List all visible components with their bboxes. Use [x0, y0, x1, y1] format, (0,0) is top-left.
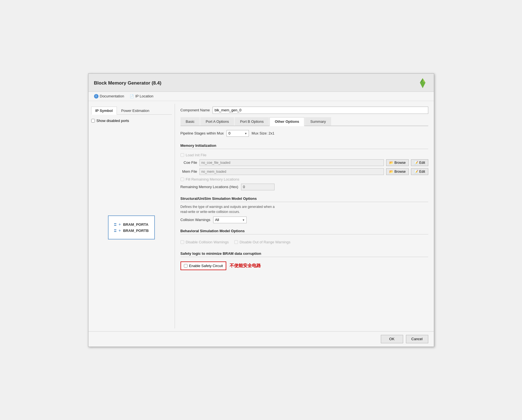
plus-icon-a: + [119, 222, 121, 227]
collision-select[interactable]: All [213, 217, 247, 223]
tab-ip-symbol[interactable]: IP Symbol [91, 107, 117, 115]
info-icon: i [94, 94, 98, 99]
mem-init-section: Load Init File Coe File 📂 Browse 📝 Edit [181, 151, 428, 193]
documentation-link[interactable]: i Documentation [94, 94, 124, 99]
sim-model-section: Defines the type of warnings and outputs… [181, 204, 428, 225]
main-dialog: Block Memory Generator (8.4) i Documenta… [88, 73, 434, 347]
coe-browse-button[interactable]: 📂 Browse [386, 159, 409, 166]
remaining-hex-row: Remaining Memory Locations (Hex) [181, 184, 428, 190]
right-panel: Component Name Basic Port A Options Port… [175, 104, 434, 328]
load-init-file-row: Load Init File [181, 153, 428, 157]
ip-symbol-area: + BRAM_PORTA + BRAM_PORTB [91, 129, 172, 326]
behavioral-section: Disable Collision Warnings Disable Out o… [181, 237, 428, 248]
edit-icon-2: 📝 [414, 170, 418, 174]
tab-basic[interactable]: Basic [181, 117, 200, 126]
pipeline-label: Pipeline Stages within Mux [181, 131, 224, 135]
show-ports-row: Show disabled ports [91, 117, 172, 124]
port-line [114, 229, 116, 230]
cancel-button[interactable]: Cancel [406, 335, 428, 343]
disable-collision-row: Disable Collision Warnings [181, 240, 229, 244]
coe-file-label: Coe File [181, 160, 197, 165]
behavioral-checks: Disable Collision Warnings Disable Out o… [181, 238, 428, 246]
enable-safety-circuit-label: Enable Safety Circuit [189, 264, 223, 268]
remaining-hex-label: Remaining Memory Locations (Hex) [181, 185, 238, 189]
pipeline-select-wrapper: 0 ▼ [227, 130, 249, 137]
memory-init-section-label: Memory Initialization [181, 143, 428, 149]
ip-location-link[interactable]: 📄 IP Location [130, 94, 153, 98]
port-a-row: + BRAM_PORTA [114, 222, 149, 227]
component-name-row: Component Name [181, 107, 428, 114]
tab-other-options[interactable]: Other Options [270, 117, 304, 126]
safety-section: Enable Safety Circuit 不使能安全电路 [181, 259, 428, 272]
port-line [114, 231, 116, 232]
toolbar-row: i Documentation 📄 IP Location [88, 92, 434, 101]
plus-icon-b: + [119, 228, 121, 233]
port-a-label: BRAM_PORTA [123, 222, 148, 227]
mem-file-label: Mem File [181, 169, 197, 174]
ok-button[interactable]: OK [381, 335, 403, 343]
port-line [114, 223, 116, 224]
safety-section-label: Safety logic to minimize BRAM data corru… [181, 251, 428, 257]
disable-range-checkbox[interactable] [234, 240, 238, 244]
edit-icon: 📝 [414, 161, 418, 165]
disable-range-label: Disable Out of Range Warnings [240, 240, 290, 244]
behavioral-section-label: Behavioral Simulation Model Options [181, 229, 428, 234]
svg-marker-2 [420, 81, 425, 88]
fill-remaining-row: Fill Remaining Memory Locations [181, 177, 428, 181]
collision-row: Collision Warnings All ▼ [181, 217, 428, 223]
show-disabled-ports-label: Show disabled ports [97, 119, 129, 123]
pipeline-select[interactable]: 0 [227, 130, 249, 137]
browse-icon-2: 📂 [389, 170, 393, 174]
tab-power-estimation[interactable]: Power Estimation [117, 107, 153, 114]
documentation-label: Documentation [100, 94, 124, 98]
fill-remaining-checkbox[interactable] [181, 177, 184, 181]
disable-range-row: Disable Out of Range Warnings [234, 240, 290, 244]
mem-edit-button[interactable]: 📝 Edit [411, 168, 428, 175]
load-init-file-checkbox[interactable] [181, 153, 184, 157]
left-panel: IP Symbol Power Estimation Show disabled… [88, 104, 175, 328]
ip-location-label: IP Location [135, 94, 153, 98]
main-content: IP Symbol Power Estimation Show disabled… [88, 101, 434, 331]
dialog-title: Block Memory Generator (8.4) [94, 80, 162, 86]
fill-remaining-label: Fill Remaining Memory Locations [186, 177, 239, 181]
coe-file-input[interactable] [199, 159, 384, 166]
coe-file-row: Coe File 📂 Browse 📝 Edit [181, 159, 428, 166]
tab-summary[interactable]: Summary [305, 117, 331, 126]
port-b-row: + BRAM_PORTB [114, 228, 149, 233]
struct-section-label: Structural/UniSim Simulation Model Optio… [181, 196, 428, 202]
coe-edit-button[interactable]: 📝 Edit [411, 159, 428, 166]
pipeline-row: Pipeline Stages within Mux 0 ▼ Mux Size:… [181, 130, 428, 137]
sim-desc: Defines the type of warnings and outputs… [181, 204, 428, 214]
collision-select-wrapper: All ▼ [213, 217, 247, 223]
tab-port-b-options[interactable]: Port B Options [235, 117, 269, 126]
vivado-logo-icon [417, 78, 428, 89]
dialog-footer: OK Cancel [88, 331, 434, 347]
tabs-row: Basic Port A Options Port B Options Othe… [181, 117, 428, 126]
safety-highlight: Enable Safety Circuit [181, 261, 226, 270]
disable-collision-label: Disable Collision Warnings [186, 240, 229, 244]
mem-file-row: Mem File 📂 Browse 📝 Edit [181, 168, 428, 175]
component-name-label: Component Name [181, 108, 210, 112]
port-a-lines [114, 223, 116, 226]
browse-icon: 📂 [389, 161, 393, 165]
tab-port-a-options[interactable]: Port A Options [200, 117, 234, 126]
port-b-lines [114, 229, 116, 232]
file-icon: 📄 [130, 94, 134, 98]
dialog-header: Block Memory Generator (8.4) [88, 74, 434, 92]
mem-file-input[interactable] [199, 168, 384, 175]
show-disabled-ports-checkbox[interactable] [91, 119, 95, 123]
disable-collision-checkbox[interactable] [181, 240, 184, 244]
load-init-file-label: Load Init File [186, 153, 206, 157]
enable-safety-circuit-checkbox[interactable] [184, 264, 187, 268]
port-line [114, 225, 116, 226]
collision-label: Collision Warnings [181, 218, 210, 222]
annotation-red-text: 不使能安全电路 [230, 263, 261, 269]
port-b-label: BRAM_PORTB [123, 229, 149, 233]
remaining-hex-input[interactable] [241, 184, 275, 190]
mem-browse-button[interactable]: 📂 Browse [386, 168, 409, 175]
mux-size-label: Mux Size: 2x1 [252, 131, 275, 135]
left-tabs: IP Symbol Power Estimation [91, 107, 172, 115]
component-name-input[interactable] [213, 107, 428, 114]
ip-block: + BRAM_PORTA + BRAM_PORTB [108, 215, 155, 239]
